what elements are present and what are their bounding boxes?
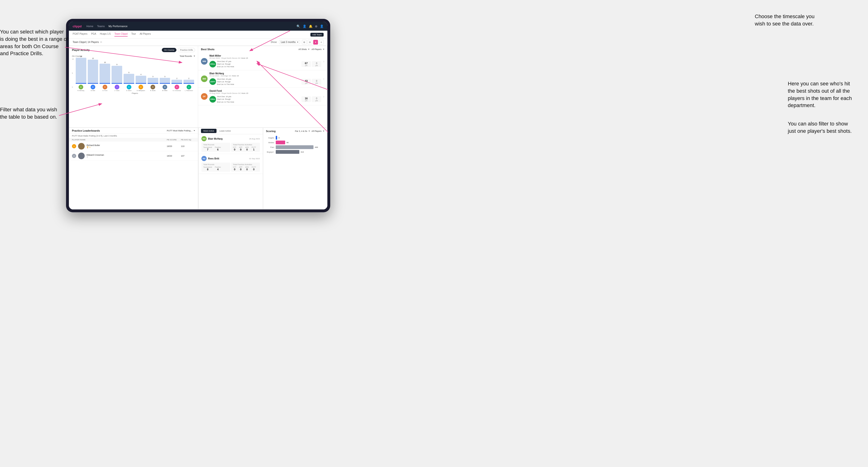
- active-tournament-0: Tournament 7: [203, 147, 212, 151]
- lb-row-0[interactable]: 1 Richard Butler 🏆 ① 19/20 110: [69, 142, 198, 151]
- bar-avatar-2: D: [102, 85, 107, 89]
- shot-badge-1: 200SG: [210, 78, 216, 85]
- shot-stat-16: 16 yds: [302, 96, 311, 102]
- bar-avatar-1: B: [91, 85, 95, 89]
- scoring-panel: Scoring Par 3, 4 & 5s All Players: [263, 128, 328, 210]
- shot-details-2: 24 Aug 2023 · Royal North Devon GC Hole …: [210, 92, 321, 94]
- practice-lb-caret: [194, 130, 195, 131]
- shot-player-name-0: Matt Miller: [210, 55, 321, 57]
- lb-name-info-0: Richard Butler 🏆 ①: [87, 144, 100, 148]
- add-team-button[interactable]: Add Team: [310, 33, 323, 36]
- active-rounds-0: Total Rounds Tournament 7 Practice 6: [202, 143, 230, 152]
- nav-link-home[interactable]: Home: [86, 25, 93, 28]
- tab-all-players[interactable]: All Players: [140, 33, 151, 36]
- active-arg-0: ARG 0: [245, 147, 249, 151]
- shot-item-0[interactable]: MM Matt Miller 09 Jun 2023 · Royal North…: [198, 53, 327, 70]
- add-icon[interactable]: ⊕: [315, 25, 317, 28]
- heart-view-button[interactable]: ♥: [313, 40, 318, 44]
- least-active-tab[interactable]: Least Active: [217, 129, 233, 133]
- bar-value-0: 13: [80, 56, 82, 57]
- show-label: Show:: [271, 41, 277, 43]
- active-gtt-0: GTT 0: [233, 147, 236, 151]
- annotation-filter: Filter what data you wish the table to b…: [0, 106, 64, 121]
- bar-value-2: 10: [104, 62, 106, 63]
- shot-avatar-2: DF: [201, 93, 208, 100]
- grid3-view-button[interactable]: ⊟: [308, 40, 312, 44]
- shot-stats-1: 200SG Shot Dist: 43 ydsStart Lie: RoughE…: [210, 78, 321, 86]
- active-acts-title-0: Total Practice Activities: [233, 144, 258, 146]
- all-players-dropdown[interactable]: All Players: [311, 48, 324, 51]
- lb-row-1[interactable]: 2 Edward Crossman ② 18/20 107: [69, 151, 198, 161]
- player-activity-title: Player Activity: [72, 49, 90, 52]
- shot-item-2[interactable]: DF David Ford 24 Aug 2023 · Royal North …: [198, 88, 327, 105]
- bar-value-3: 9: [117, 64, 118, 65]
- nav-link-performance[interactable]: My Performance: [108, 25, 128, 28]
- bar-chart-container: 10 5 0 13BB. McHarg12BB. Britt10DD. Ford…: [72, 58, 195, 94]
- eagles-label: Eagles: [266, 137, 274, 139]
- tab-pgat-players[interactable]: PGAT Players: [73, 33, 87, 36]
- active-avatar-0: BM: [202, 136, 207, 141]
- active-acts-row-0: GTT 0 APP 0 ARG 0: [233, 147, 258, 151]
- player-activity-panel: Player Activity On Course Practice Drill…: [69, 46, 198, 128]
- practice-lb-dropdown[interactable]: PUTT Must Make Putting...: [167, 129, 195, 132]
- y-axis: 10 5 0: [72, 58, 74, 94]
- practice-drills-tab[interactable]: Practice Drills: [178, 48, 195, 52]
- tab-hcaps[interactable]: Hcaps 1-5: [100, 33, 111, 36]
- grid2-view-button[interactable]: ⊞: [302, 40, 307, 44]
- scoring-par-label: Par 3, 4 & 5s: [295, 130, 307, 132]
- bogeys-num: 313: [301, 151, 304, 153]
- scoring-players-dropdown[interactable]: All Players: [311, 130, 324, 132]
- scoring-bar-pars: Pars 499: [266, 145, 324, 149]
- nav-link-teams[interactable]: Teams: [97, 25, 105, 28]
- tab-team-clippd[interactable]: Team Clippd: [115, 33, 128, 36]
- most-active-tab[interactable]: Most Active: [201, 129, 217, 133]
- scoring-players-label: All Players: [311, 130, 321, 132]
- tab-tour[interactable]: Tour: [131, 33, 136, 36]
- active-acts-row-1: GTT 0 APP 0 ARG 0: [233, 166, 258, 171]
- shot-stats-2: 198SG Shot Dist: 16 ydsStart Lie: RoughE…: [210, 95, 321, 103]
- lb-col-score: PB SCORE: [167, 139, 181, 141]
- tab-pga[interactable]: PGA: [91, 33, 96, 36]
- scoring-par-dropdown[interactable]: Par 3, 4 & 5s: [295, 130, 310, 132]
- all-shots-dropdown[interactable]: All Shots: [299, 48, 310, 51]
- bar-value-1: 12: [92, 58, 94, 59]
- scoring-bar-eagles: Eagles 3: [266, 136, 324, 139]
- bar-group-0: 13BB. McHarg: [76, 56, 86, 91]
- account-icon[interactable]: 👤: [320, 25, 323, 28]
- active-putt-1: PUTT 0: [252, 166, 256, 171]
- timescale-dropdown[interactable]: Last 3 months: [279, 40, 300, 44]
- bar-value-7: 3: [164, 76, 165, 77]
- active-stats-grid-1: Total Rounds Tournament 8 Practice 4: [202, 162, 260, 172]
- scoring-header: Scoring Par 3, 4 & 5s All Players: [263, 128, 328, 134]
- list-view-button[interactable]: ≡: [319, 40, 323, 44]
- chart-dropdown[interactable]: Total Rounds: [180, 55, 195, 57]
- person-icon[interactable]: 👤: [303, 25, 306, 28]
- shot-item-1[interactable]: BM Blair McHarg 23 Jul 2023 · Ashridge G…: [198, 70, 327, 88]
- bell-icon[interactable]: 🔔: [309, 25, 312, 28]
- search-icon[interactable]: 🔍: [297, 25, 300, 28]
- bar-fill-2: [99, 64, 110, 84]
- active-stats-grid-0: Total Rounds Tournament 7 Practice 6: [202, 143, 260, 152]
- practice-lb-panel: Practice Leaderboards PUTT Must Make Put…: [69, 128, 198, 210]
- lb-score-0: 19/20: [167, 145, 181, 148]
- nav-icons: 🔍 👤 🔔 ⊕ 👤: [297, 25, 323, 28]
- tablet-screen: clippd Home Teams My Performance 🔍 👤 🔔 ⊕…: [69, 22, 328, 210]
- shot-stat-43: 43 yds: [302, 79, 311, 85]
- nav-bar: clippd Home Teams My Performance 🔍 👤 🔔 ⊕…: [69, 22, 328, 31]
- bar-avatar-7: M: [162, 85, 167, 89]
- edit-team-icon[interactable]: ✏: [100, 41, 102, 43]
- bar-value-4: 5: [129, 72, 129, 73]
- annotation-filter-player: You can also filter to show just one pla…: [788, 120, 856, 135]
- bar-fill-9: [184, 80, 194, 84]
- shot-details-1: 23 Jul 2023 · Ashridge GC Hole 15: [210, 75, 321, 77]
- y-label-0: 0: [72, 86, 74, 88]
- lb-col-avg: PB AVG SQ: [181, 139, 195, 141]
- active-player-header-1: RB Rees Britt 02 Sep 2023: [202, 156, 260, 161]
- active-practice-acts-0: Total Practice Activities GTT 0 APP 0: [231, 143, 260, 152]
- all-shots-label: All Shots: [299, 48, 307, 51]
- bar-name-6: R. Butler: [150, 90, 156, 91]
- on-course-tab[interactable]: On Course: [162, 48, 177, 52]
- scoring-par-caret: [309, 131, 310, 132]
- shot-chevron-0: ›: [323, 59, 324, 63]
- pars-bar: [276, 145, 313, 149]
